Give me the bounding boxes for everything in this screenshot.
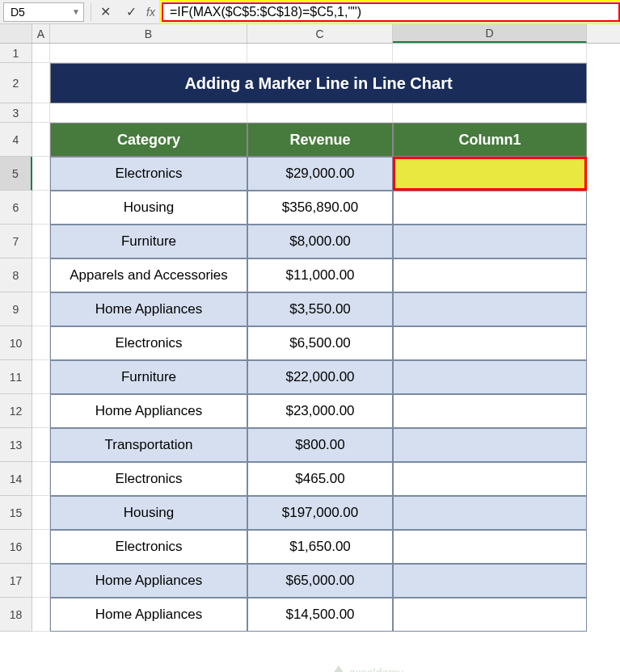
cell-category[interactable]: Transportation xyxy=(50,428,247,462)
cell-column1[interactable] xyxy=(393,428,587,462)
cell-category[interactable]: Electronics xyxy=(50,530,247,564)
cell-a6[interactable] xyxy=(32,191,50,225)
cell-c3[interactable] xyxy=(247,103,393,123)
row-header-2[interactable]: 2 xyxy=(0,63,32,103)
cell-a10[interactable] xyxy=(32,326,50,360)
cell-revenue[interactable]: $356,890.00 xyxy=(247,191,393,225)
row-header-1[interactable]: 1 xyxy=(0,44,32,63)
row-header-4[interactable]: 4 xyxy=(0,123,32,157)
cell-a4[interactable] xyxy=(32,123,50,157)
cell-a16[interactable] xyxy=(32,530,50,564)
row-header-17[interactable]: 17 xyxy=(0,564,32,598)
cell-a7[interactable] xyxy=(32,225,50,258)
cell-revenue[interactable]: $11,000.00 xyxy=(247,258,393,292)
row-header-6[interactable]: 6 xyxy=(0,191,32,225)
cell-d1[interactable] xyxy=(393,44,587,63)
cell-column1[interactable] xyxy=(393,530,587,564)
cell-revenue[interactable]: $197,000.00 xyxy=(247,496,393,530)
cell-revenue[interactable]: $8,000.00 xyxy=(247,225,393,258)
cell-a18[interactable] xyxy=(32,598,50,632)
cell-revenue[interactable]: $65,000.00 xyxy=(247,564,393,598)
cell-category[interactable]: Furniture xyxy=(50,225,247,258)
cell-category[interactable]: Housing xyxy=(50,496,247,530)
cell-revenue[interactable]: $6,500.00 xyxy=(247,326,393,360)
cell-category[interactable]: Electronics xyxy=(50,157,247,191)
cell-column1[interactable] xyxy=(393,258,587,292)
formula-input[interactable]: =IF(MAX($C$5:$C$18)=$C5,1,"") xyxy=(162,2,620,22)
col-header-b[interactable]: B xyxy=(50,24,247,43)
cancel-icon[interactable]: ✕ xyxy=(98,4,112,19)
cell-a3[interactable] xyxy=(32,103,50,123)
cell-revenue[interactable]: $23,000.00 xyxy=(247,394,393,428)
row-header-13[interactable]: 13 xyxy=(0,428,32,462)
cell-a1[interactable] xyxy=(32,44,50,63)
cell-revenue[interactable]: $14,500.00 xyxy=(247,598,393,632)
chevron-down-icon[interactable]: ▼ xyxy=(72,7,80,16)
enter-icon[interactable]: ✓ xyxy=(124,4,138,19)
cell-a8[interactable] xyxy=(32,258,50,292)
cell-revenue[interactable]: $800.00 xyxy=(247,428,393,462)
cell-revenue[interactable]: $465.00 xyxy=(247,462,393,496)
row-header-8[interactable]: 8 xyxy=(0,258,32,292)
cell-category[interactable]: Home Appliances xyxy=(50,394,247,428)
row-header-18[interactable]: 18 xyxy=(0,598,32,632)
select-all-corner[interactable] xyxy=(0,24,32,43)
header-column1[interactable]: Column1 xyxy=(393,123,587,157)
cell-b3[interactable] xyxy=(50,103,247,123)
title-cell[interactable]: Adding a Marker Line in Line Chart xyxy=(50,63,587,103)
row-header-5[interactable]: 5 xyxy=(0,157,32,191)
row-header-15[interactable]: 15 xyxy=(0,496,32,530)
col-header-c[interactable]: C xyxy=(247,24,393,43)
row-header-7[interactable]: 7 xyxy=(0,225,32,258)
cell-a13[interactable] xyxy=(32,428,50,462)
cell-category[interactable]: Home Appliances xyxy=(50,598,247,632)
cell-b1[interactable] xyxy=(50,44,247,63)
cell-category[interactable]: Electronics xyxy=(50,462,247,496)
cell-category[interactable]: Apparels and Accessories xyxy=(50,258,247,292)
cell-column1[interactable] xyxy=(393,157,587,191)
cell-a2[interactable] xyxy=(32,63,50,103)
cell-a15[interactable] xyxy=(32,496,50,530)
cell-category[interactable]: Home Appliances xyxy=(50,564,247,598)
cell-column1[interactable] xyxy=(393,326,587,360)
cell-column1[interactable] xyxy=(393,225,587,258)
cell-category[interactable]: Electronics xyxy=(50,326,247,360)
row-header-10[interactable]: 10 xyxy=(0,326,32,360)
header-category[interactable]: Category xyxy=(50,123,247,157)
cell-column1[interactable] xyxy=(393,598,587,632)
row-header-12[interactable]: 12 xyxy=(0,394,32,428)
cell-column1[interactable] xyxy=(393,191,587,225)
cell-revenue[interactable]: $3,550.00 xyxy=(247,292,393,326)
row-header-9[interactable]: 9 xyxy=(0,292,32,326)
cell-revenue[interactable]: $22,000.00 xyxy=(247,360,393,394)
cell-a5[interactable] xyxy=(32,157,50,191)
cell-category[interactable]: Home Appliances xyxy=(50,292,247,326)
cell-revenue[interactable]: $29,000.00 xyxy=(247,157,393,191)
cell-a12[interactable] xyxy=(32,394,50,428)
cell-column1[interactable] xyxy=(393,496,587,530)
cell-column1[interactable] xyxy=(393,394,587,428)
col-header-a[interactable]: A xyxy=(32,24,50,43)
cell-a14[interactable] xyxy=(32,462,50,496)
cell-a17[interactable] xyxy=(32,564,50,598)
row-header-11[interactable]: 11 xyxy=(0,360,32,394)
row-header-14[interactable]: 14 xyxy=(0,462,32,496)
row-header-16[interactable]: 16 xyxy=(0,530,32,564)
cell-revenue[interactable]: $1,650.00 xyxy=(247,530,393,564)
cell-column1[interactable] xyxy=(393,360,587,394)
header-revenue[interactable]: Revenue xyxy=(247,123,393,157)
cells-area[interactable]: Adding a Marker Line in Line Chart Categ… xyxy=(32,44,620,632)
cell-column1[interactable] xyxy=(393,292,587,326)
cell-category[interactable]: Housing xyxy=(50,191,247,225)
name-box[interactable]: D5 ▼ xyxy=(3,2,84,22)
row-header-3[interactable]: 3 xyxy=(0,103,32,123)
col-header-d[interactable]: D xyxy=(393,24,587,43)
fx-label[interactable]: fx xyxy=(146,6,155,19)
cell-column1[interactable] xyxy=(393,462,587,496)
cell-column1[interactable] xyxy=(393,564,587,598)
cell-a11[interactable] xyxy=(32,360,50,394)
cell-d3[interactable] xyxy=(393,103,587,123)
cell-c1[interactable] xyxy=(247,44,393,63)
cell-category[interactable]: Furniture xyxy=(50,360,247,394)
cell-a9[interactable] xyxy=(32,292,50,326)
